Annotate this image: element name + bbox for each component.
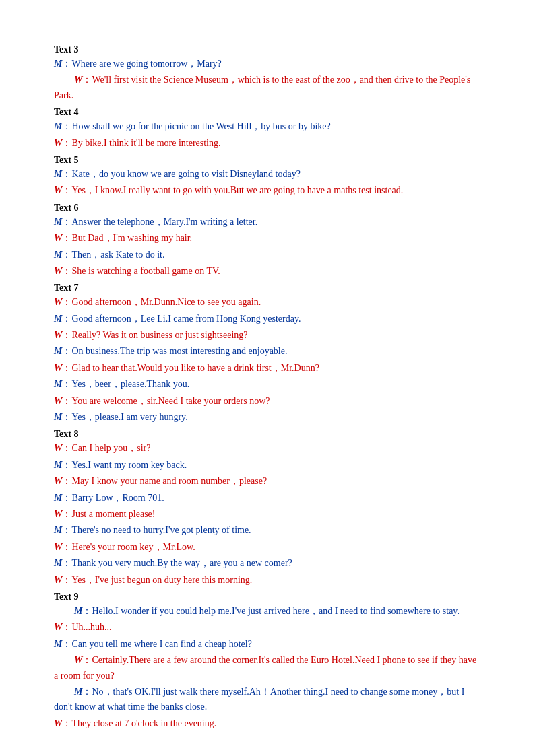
section-text7: Text 7W：Good afternoon，Mr.Dunn.Nice to s…	[54, 283, 481, 425]
dialogue-line: W：She is watching a football game on TV.	[54, 264, 481, 279]
main-content: Text 3M：Where are we going tomorrow，Mary…	[54, 44, 481, 731]
section-title-text7: Text 7	[54, 283, 481, 294]
dialogue-line: M：Can you tell me where I can find a che…	[54, 637, 481, 652]
section-text5: Text 5M：Kate，do you know we are going to…	[54, 155, 481, 199]
dialogue-line: M：Thank you very much.By the way，are you…	[54, 556, 481, 571]
section-text8: Text 8W：Can I help you，sir?M：Yes.I want …	[54, 429, 481, 588]
dialogue-line: W：Here's your room key，Mr.Low.	[54, 540, 481, 555]
dialogue-line: W：But Dad，I'm washing my hair.	[54, 231, 481, 246]
section-title-text4: Text 4	[54, 107, 481, 118]
dialogue-line: W：May I know your name and room number，p…	[54, 474, 481, 489]
dialogue-line: M：How shall we go for the picnic on the …	[54, 119, 481, 134]
dialogue-line: M：Yes，please.I am very hungry.	[54, 410, 481, 425]
dialogue-line: W：Certainly.There are a few around the c…	[54, 653, 481, 683]
dialogue-line: W：We'll first visit the Science Museum，w…	[54, 73, 481, 103]
dialogue-line: M：Then，ask Kate to do it.	[54, 248, 481, 263]
dialogue-line: M：Kate，do you know we are going to visit…	[54, 167, 481, 182]
dialogue-line: M：Good afternoon，Lee Li.I came from Hong…	[54, 312, 481, 327]
dialogue-line: W：Glad to hear that.Would you like to ha…	[54, 361, 481, 376]
dialogue-line: W：Really? Was it on business or just sig…	[54, 328, 481, 343]
dialogue-line: M：Where are we going tomorrow，Mary?	[54, 57, 481, 71]
dialogue-line: M：On business.The trip was most interest…	[54, 344, 481, 359]
section-text4: Text 4M：How shall we go for the picnic o…	[54, 107, 481, 151]
dialogue-line: M：Answer the telephone，Mary.I'm writing …	[54, 215, 481, 230]
dialogue-line: M：Yes，beer，please.Thank you.	[54, 377, 481, 392]
section-title-text5: Text 5	[54, 155, 481, 166]
dialogue-line: M：Yes.I want my room key back.	[54, 458, 481, 473]
dialogue-line: W：Uh...huh...	[54, 620, 481, 635]
section-title-text3: Text 3	[54, 44, 481, 55]
section-text9: Text 9M：Hello.I wonder if you could help…	[54, 592, 481, 731]
section-title-text8: Text 8	[54, 429, 481, 440]
dialogue-line: M：Barry Low，Room 701.	[54, 491, 481, 506]
section-title-text6: Text 6	[54, 203, 481, 213]
dialogue-line: W：Yes，I know.I really want to go with yo…	[54, 183, 481, 198]
dialogue-line: M：No，that's OK.I'll just walk there myse…	[54, 685, 481, 715]
section-title-text9: Text 9	[54, 592, 481, 603]
dialogue-line: W：They close at 7 o'clock in the evening…	[54, 716, 481, 731]
dialogue-line: W：You are welcome，sir.Need I take your o…	[54, 394, 481, 409]
dialogue-line: M：There's no need to hurry.I've got plen…	[54, 523, 481, 538]
dialogue-line: W：Just a moment please!	[54, 507, 481, 522]
dialogue-line: W：Can I help you，sir?	[54, 441, 481, 456]
section-text3: Text 3M：Where are we going tomorrow，Mary…	[54, 44, 481, 103]
dialogue-line: W：Good afternoon，Mr.Dunn.Nice to see you…	[54, 295, 481, 310]
dialogue-line: W：Yes，I've just begun on duty here this …	[54, 573, 481, 588]
section-text6: Text 6M：Answer the telephone，Mary.I'm wr…	[54, 203, 481, 279]
dialogue-line: M：Hello.I wonder if you could help me.I'…	[54, 604, 481, 619]
dialogue-line: W：By bike.I think it'll be more interest…	[54, 136, 481, 151]
